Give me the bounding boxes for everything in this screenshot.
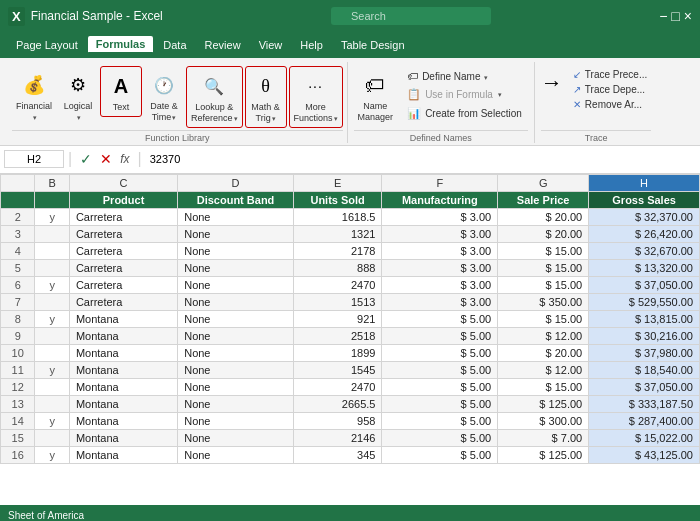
table-cell[interactable]: 12 xyxy=(1,378,35,395)
lookup-reference-button[interactable]: 🔍 Lookup &Reference▾ xyxy=(186,66,243,128)
table-cell[interactable]: Montana xyxy=(69,429,177,446)
table-cell[interactable]: $ 333,187.50 xyxy=(589,395,700,412)
table-cell[interactable]: $ 15.00 xyxy=(498,276,589,293)
table-cell[interactable]: 2518 xyxy=(293,327,382,344)
table-cell[interactable]: Montana xyxy=(69,395,177,412)
table-cell[interactable]: $ 5.00 xyxy=(382,344,498,361)
table-cell[interactable]: Carretera xyxy=(69,259,177,276)
table-cell[interactable]: None xyxy=(178,327,294,344)
financial-button[interactable]: 💰 Financial▾ xyxy=(12,66,56,126)
define-name-button[interactable]: 🏷 Define Name ▾ xyxy=(401,68,528,84)
table-row[interactable]: 3CarreteraNone1321$ 3.00$ 20.00$ 26,420.… xyxy=(1,225,700,242)
table-cell[interactable]: None xyxy=(178,259,294,276)
table-cell[interactable]: Montana xyxy=(69,446,177,463)
table-cell[interactable]: 1618.5 xyxy=(293,208,382,225)
table-cell[interactable]: y xyxy=(35,446,69,463)
table-cell[interactable]: 2470 xyxy=(293,276,382,293)
table-cell[interactable]: $ 12.00 xyxy=(498,327,589,344)
table-cell[interactable]: $ 287,400.00 xyxy=(589,412,700,429)
table-cell[interactable]: $ 37,050.00 xyxy=(589,276,700,293)
menu-item-pagelayout[interactable]: Page Layout xyxy=(8,37,86,53)
table-cell[interactable]: $ 5.00 xyxy=(382,395,498,412)
table-cell[interactable]: $ 37,980.00 xyxy=(589,344,700,361)
table-row[interactable]: 16yMontanaNone345$ 5.00$ 125.00$ 43,125.… xyxy=(1,446,700,463)
col-header-d[interactable]: D xyxy=(178,174,294,191)
title-search[interactable] xyxy=(331,7,491,25)
table-cell[interactable]: None xyxy=(178,412,294,429)
table-cell[interactable] xyxy=(35,378,69,395)
table-cell[interactable]: $ 43,125.00 xyxy=(589,446,700,463)
table-cell[interactable] xyxy=(35,242,69,259)
table-cell[interactable]: $ 15.00 xyxy=(498,242,589,259)
table-cell[interactable]: 958 xyxy=(293,412,382,429)
table-cell[interactable] xyxy=(35,344,69,361)
table-cell[interactable]: $ 7.00 xyxy=(498,429,589,446)
table-cell[interactable]: $ 26,420.00 xyxy=(589,225,700,242)
table-row[interactable]: 4CarreteraNone2178$ 3.00$ 15.00$ 32,670.… xyxy=(1,242,700,259)
table-cell[interactable]: $ 3.00 xyxy=(382,225,498,242)
logical-button[interactable]: ⚙ Logical▾ xyxy=(58,66,98,126)
table-row[interactable]: 5CarreteraNone888$ 3.00$ 15.00$ 13,320.0… xyxy=(1,259,700,276)
formula-input[interactable] xyxy=(146,151,696,167)
table-cell[interactable]: None xyxy=(178,395,294,412)
table-cell[interactable]: $ 3.00 xyxy=(382,242,498,259)
table-cell[interactable]: $ 5.00 xyxy=(382,327,498,344)
table-row[interactable]: 11yMontanaNone1545$ 5.00$ 12.00$ 18,540.… xyxy=(1,361,700,378)
table-cell[interactable]: $ 529,550.00 xyxy=(589,293,700,310)
table-cell[interactable]: $ 15,022.00 xyxy=(589,429,700,446)
table-cell[interactable]: 15 xyxy=(1,429,35,446)
table-cell[interactable]: $ 13,815.00 xyxy=(589,310,700,327)
table-cell[interactable] xyxy=(35,225,69,242)
table-cell[interactable]: $ 37,050.00 xyxy=(589,378,700,395)
table-cell[interactable]: $ 5.00 xyxy=(382,446,498,463)
remove-arrows-button[interactable]: ✕ Remove Ar... xyxy=(569,98,651,111)
table-cell[interactable]: 4 xyxy=(1,242,35,259)
table-cell[interactable]: Montana xyxy=(69,327,177,344)
table-cell[interactable]: $ 15.00 xyxy=(498,259,589,276)
table-cell[interactable]: 1321 xyxy=(293,225,382,242)
table-cell[interactable]: Carretera xyxy=(69,208,177,225)
table-cell[interactable]: $ 20.00 xyxy=(498,225,589,242)
table-row[interactable]: 7CarreteraNone1513$ 3.00$ 350.00$ 529,55… xyxy=(1,293,700,310)
table-cell[interactable]: $ 30,216.00 xyxy=(589,327,700,344)
table-cell[interactable]: None xyxy=(178,208,294,225)
table-cell[interactable] xyxy=(35,327,69,344)
table-cell[interactable]: $ 20.00 xyxy=(498,344,589,361)
table-cell[interactable]: 2146 xyxy=(293,429,382,446)
table-cell[interactable]: 345 xyxy=(293,446,382,463)
table-cell[interactable]: $ 3.00 xyxy=(382,293,498,310)
table-cell[interactable]: None xyxy=(178,429,294,446)
table-row[interactable]: 6yCarreteraNone2470$ 3.00$ 15.00$ 37,050… xyxy=(1,276,700,293)
table-cell[interactable]: $ 13,320.00 xyxy=(589,259,700,276)
table-cell[interactable]: None xyxy=(178,242,294,259)
table-cell[interactable]: $ 350.00 xyxy=(498,293,589,310)
datetime-button[interactable]: 🕐 Date &Time▾ xyxy=(144,66,184,126)
table-cell[interactable]: None xyxy=(178,276,294,293)
name-box[interactable] xyxy=(4,150,64,168)
menu-item-data[interactable]: Data xyxy=(155,37,194,53)
table-cell[interactable]: 3 xyxy=(1,225,35,242)
formula-check[interactable]: ✓ xyxy=(80,151,92,167)
table-cell[interactable]: $ 125.00 xyxy=(498,446,589,463)
table-cell[interactable]: $ 5.00 xyxy=(382,429,498,446)
table-cell[interactable]: Montana xyxy=(69,310,177,327)
table-cell[interactable]: Montana xyxy=(69,344,177,361)
table-cell[interactable]: 2665.5 xyxy=(293,395,382,412)
table-cell[interactable]: $ 3.00 xyxy=(382,208,498,225)
table-cell[interactable]: None xyxy=(178,446,294,463)
table-cell[interactable]: 2 xyxy=(1,208,35,225)
menu-item-tabledesign[interactable]: Table Design xyxy=(333,37,413,53)
table-cell[interactable]: $ 15.00 xyxy=(498,378,589,395)
table-row[interactable]: 14yMontanaNone958$ 5.00$ 300.00$ 287,400… xyxy=(1,412,700,429)
table-row[interactable]: 8yMontanaNone921$ 5.00$ 15.00$ 13,815.00 xyxy=(1,310,700,327)
table-row[interactable]: 9MontanaNone2518$ 5.00$ 12.00$ 30,216.00 xyxy=(1,327,700,344)
more-functions-button[interactable]: ··· MoreFunctions▾ xyxy=(289,66,343,128)
table-cell[interactable]: 1899 xyxy=(293,344,382,361)
table-cell[interactable]: None xyxy=(178,361,294,378)
table-cell[interactable]: 7 xyxy=(1,293,35,310)
table-cell[interactable]: 8 xyxy=(1,310,35,327)
table-cell[interactable]: None xyxy=(178,378,294,395)
math-trig-button[interactable]: θ Math &Trig▾ xyxy=(245,66,287,128)
table-cell[interactable]: $ 20.00 xyxy=(498,208,589,225)
text-button[interactable]: A Text xyxy=(100,66,142,117)
